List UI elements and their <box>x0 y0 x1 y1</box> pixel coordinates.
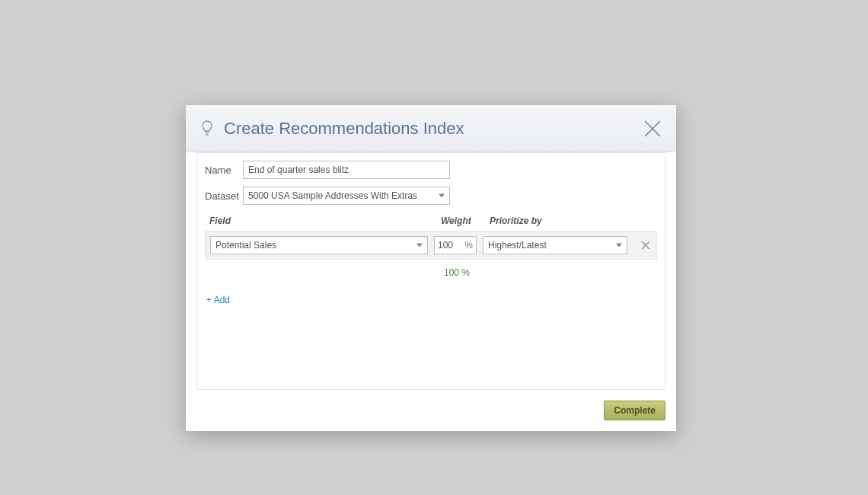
weight-input[interactable]: 100 % <box>434 236 477 254</box>
header-weight: Weight <box>441 216 490 226</box>
weight-unit: % <box>463 240 473 251</box>
chevron-down-icon <box>439 194 445 198</box>
add-criteria-link[interactable]: + Add <box>205 295 230 305</box>
svg-rect-0 <box>206 132 209 133</box>
modal-body: Name Dataset 5000 USA Sample Addresses W… <box>196 152 665 390</box>
prioritize-selected-value: Highest/Latest <box>488 240 547 251</box>
chevron-down-icon <box>616 244 622 248</box>
close-icon <box>643 119 662 139</box>
create-recommendations-modal: Create Recommendations Index Name Datase… <box>186 105 676 431</box>
dataset-label: Dataset <box>205 190 243 202</box>
dataset-selected-value: 5000 USA Sample Addresses With Extras <box>248 190 417 201</box>
modal-title: Create Recommendations Index <box>224 119 464 139</box>
modal-header: Create Recommendations Index <box>186 105 676 152</box>
total-weight: 100 % <box>205 267 657 278</box>
modal-footer: Complete <box>186 390 676 431</box>
chevron-down-icon <box>416 244 423 248</box>
close-icon <box>641 241 650 250</box>
weight-value: 100 <box>438 240 463 251</box>
prioritize-select[interactable]: Highest/Latest <box>483 236 627 254</box>
header-field: Field <box>209 216 441 226</box>
dataset-row: Dataset 5000 USA Sample Addresses With E… <box>205 187 657 205</box>
field-select[interactable]: Potential Sales <box>210 236 428 254</box>
close-button[interactable] <box>643 119 662 139</box>
complete-button[interactable]: Complete <box>604 401 665 420</box>
svg-rect-1 <box>206 134 209 135</box>
remove-row-button[interactable] <box>640 239 652 251</box>
dataset-select[interactable]: 5000 USA Sample Addresses With Extras <box>243 187 450 205</box>
name-label: Name <box>205 164 243 176</box>
grid-header-row: Field Weight Prioritize by <box>205 216 657 226</box>
field-selected-value: Potential Sales <box>215 240 276 251</box>
criteria-row: Potential Sales 100 % Highest/Latest <box>205 231 657 260</box>
name-row: Name <box>205 161 657 179</box>
name-input[interactable] <box>243 161 450 179</box>
header-prioritize: Prioritize by <box>490 216 642 226</box>
lightbulb-icon <box>199 120 215 138</box>
